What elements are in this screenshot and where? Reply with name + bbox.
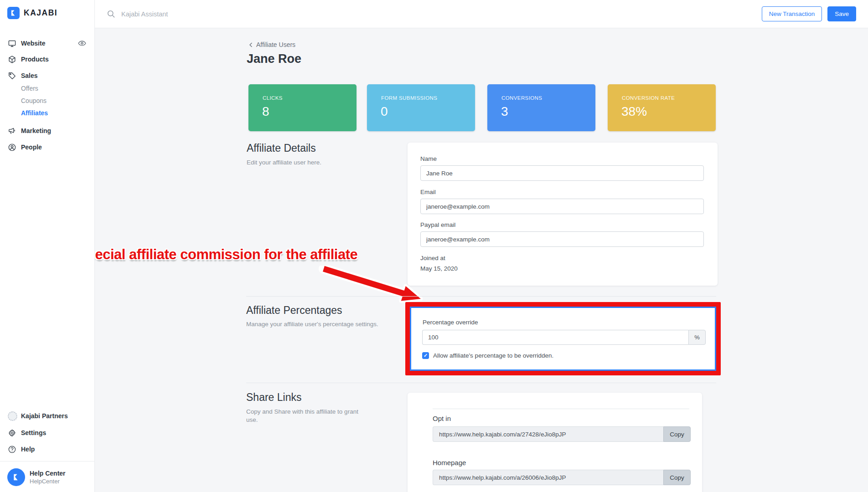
sidebar-item-label: Settings bbox=[21, 429, 46, 436]
card-divider bbox=[433, 409, 689, 409]
question-circle-icon bbox=[8, 445, 17, 454]
help-center-avatar bbox=[7, 468, 25, 486]
tag-icon bbox=[8, 71, 17, 80]
megaphone-icon bbox=[8, 126, 17, 135]
stat-label: CONVERSIONS bbox=[501, 95, 542, 101]
save-button[interactable]: Save bbox=[827, 6, 856, 21]
sidebar-item-people[interactable]: People bbox=[0, 141, 95, 153]
main-content: Affiliate Users Jane Roe CLICKS 8 FORM S… bbox=[95, 28, 868, 492]
sidebar-item-label: Sales bbox=[21, 72, 38, 79]
sidebar-item-label: People bbox=[21, 144, 42, 151]
affiliate-details-heading: Affiliate Details bbox=[247, 142, 316, 154]
stat-label: CONVERSION RATE bbox=[622, 95, 675, 101]
override-checkbox-label: Allow affiliate's percentage to be overr… bbox=[433, 352, 553, 359]
sidebar-item-label: Website bbox=[21, 40, 45, 47]
joined-at-label: Joined at bbox=[420, 255, 445, 261]
sidebar-item-label: Marketing bbox=[21, 127, 51, 134]
name-field[interactable] bbox=[420, 165, 704, 181]
stat-label: CLICKS bbox=[263, 95, 283, 101]
homepage-url-input[interactable] bbox=[433, 470, 663, 485]
breadcrumb[interactable]: Affiliate Users bbox=[248, 41, 295, 48]
kajabi-logo-icon bbox=[7, 7, 20, 19]
share-links-card: Opt in Copy Homepage Copy bbox=[408, 393, 702, 492]
gear-icon bbox=[8, 428, 17, 437]
paypal-email-label: Paypal email bbox=[420, 221, 455, 228]
email-label: Email bbox=[420, 189, 436, 195]
percentage-override-input[interactable] bbox=[422, 330, 688, 345]
sidebar-item-label: Kajabi Partners bbox=[21, 412, 68, 420]
percentage-override-label: Percentage override bbox=[423, 319, 478, 326]
share-links-subheading: Copy and Share with this affiliate to gr… bbox=[246, 408, 360, 424]
assistant-search bbox=[107, 10, 762, 18]
share-links-heading: Share Links bbox=[246, 391, 301, 404]
sidebar-item-products[interactable]: Products bbox=[0, 53, 95, 65]
opt-in-label: Opt in bbox=[433, 415, 451, 422]
copy-homepage-button[interactable]: Copy bbox=[663, 470, 691, 485]
stat-card-conversions: CONVERSIONS 3 bbox=[487, 84, 595, 131]
breadcrumb-label: Affiliate Users bbox=[256, 41, 295, 48]
sidebar-item-label: Products bbox=[21, 56, 49, 63]
new-transaction-button[interactable]: New Transaction bbox=[762, 6, 822, 21]
kajabi-logo-text: KAJABI bbox=[24, 8, 57, 18]
name-label: Name bbox=[420, 155, 437, 162]
highlight-red-box: Percentage override % Allow affiliate's … bbox=[405, 302, 721, 375]
opt-in-url-input[interactable] bbox=[433, 426, 663, 442]
affiliate-percentages-heading: Affiliate Percentages bbox=[246, 304, 342, 317]
sidebar-item-settings[interactable]: Settings bbox=[0, 427, 95, 439]
affiliate-percentages-subheading: Manage your affiliate user's percentage … bbox=[246, 320, 383, 328]
percentage-override-group: % bbox=[422, 330, 706, 345]
sidebar-item-website[interactable]: Website bbox=[0, 37, 95, 49]
person-circle-icon bbox=[8, 143, 17, 152]
monitor-icon bbox=[8, 39, 17, 48]
help-center-subtitle: HelpCenter bbox=[30, 478, 66, 485]
search-icon bbox=[107, 10, 115, 18]
page-title: Jane Roe bbox=[247, 52, 301, 66]
annotation-text: Give special affiliate commission for th… bbox=[95, 246, 357, 263]
sidebar-item-label: Help bbox=[21, 446, 35, 453]
sidebar-item-help[interactable]: Help bbox=[0, 443, 95, 455]
stat-value: 3 bbox=[501, 104, 508, 119]
sidebar-item-coupons[interactable]: Coupons bbox=[21, 97, 46, 104]
stat-card-clicks: CLICKS 8 bbox=[248, 84, 356, 131]
affiliate-details-subheading: Edit your affiliate user here. bbox=[247, 159, 321, 167]
stat-card-conversion-rate: CONVERSION RATE 38% bbox=[608, 84, 716, 131]
override-checkbox-row: Allow affiliate's percentage to be overr… bbox=[422, 352, 553, 359]
email-field[interactable] bbox=[420, 199, 704, 214]
sidebar-item-kajabi-partners[interactable]: Kajabi Partners bbox=[0, 410, 95, 422]
opt-in-url-group: Copy bbox=[433, 426, 691, 442]
chevron-left-icon bbox=[248, 41, 254, 48]
homepage-label: Homepage bbox=[433, 459, 466, 466]
sidebar-item-offers[interactable]: Offers bbox=[21, 85, 38, 92]
section-divider bbox=[246, 296, 716, 297]
help-center-link[interactable]: Help Center HelpCenter bbox=[7, 468, 66, 486]
override-checkbox[interactable] bbox=[422, 352, 429, 359]
annotation-arrow bbox=[317, 266, 426, 304]
help-center-title: Help Center bbox=[30, 470, 66, 477]
sidebar-item-marketing[interactable]: Marketing bbox=[0, 125, 95, 137]
stat-value: 0 bbox=[381, 104, 388, 119]
sidebar-item-sales[interactable]: Sales bbox=[0, 70, 95, 82]
sidebar-divider bbox=[0, 461, 95, 461]
affiliate-details-card: Name Email Paypal email Joined at May 15… bbox=[408, 143, 718, 286]
stat-value: 8 bbox=[262, 104, 269, 119]
search-input[interactable] bbox=[121, 10, 313, 18]
preview-eye-icon[interactable] bbox=[78, 39, 87, 48]
partners-circle-icon bbox=[8, 411, 17, 420]
box-icon bbox=[8, 55, 17, 64]
app-root: KAJABI Website Products Sales Offers Cou… bbox=[0, 0, 868, 492]
paypal-email-field[interactable] bbox=[420, 231, 704, 247]
percent-suffix: % bbox=[688, 330, 706, 345]
top-header: New Transaction Save bbox=[95, 0, 868, 28]
stat-value: 38% bbox=[621, 104, 647, 119]
copy-opt-in-button[interactable]: Copy bbox=[663, 426, 691, 442]
sidebar-item-affiliates[interactable]: Affiliates bbox=[21, 109, 48, 117]
section-divider bbox=[246, 383, 716, 383]
affiliate-percentages-card: Percentage override % Allow affiliate's … bbox=[410, 307, 716, 371]
sidebar: KAJABI Website Products Sales Offers Cou… bbox=[0, 0, 95, 492]
stat-label: FORM SUBMISSIONS bbox=[381, 95, 437, 101]
kajabi-logo[interactable]: KAJABI bbox=[7, 7, 57, 19]
homepage-url-group: Copy bbox=[433, 470, 691, 485]
stat-card-form-submissions: FORM SUBMISSIONS 0 bbox=[367, 84, 475, 131]
